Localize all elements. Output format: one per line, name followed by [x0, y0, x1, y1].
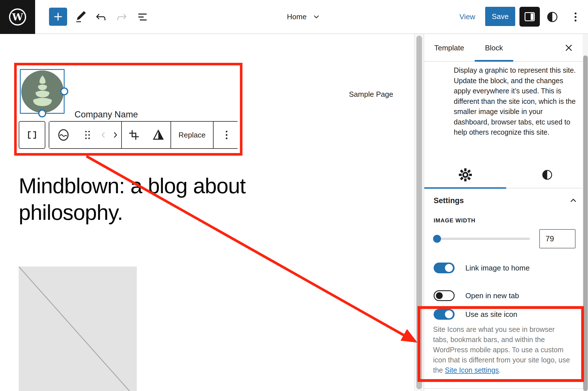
add-block-icon: [52, 10, 65, 23]
settings-panel-icon: [523, 10, 536, 23]
sidebar-scrollbar[interactable]: [583, 34, 588, 391]
image-width-input[interactable]: [539, 229, 576, 248]
drag-handle[interactable]: [78, 122, 97, 148]
image-placeholder[interactable]: [19, 267, 137, 391]
styles-button[interactable]: [544, 9, 560, 25]
settings-heading: Settings: [434, 196, 464, 205]
editor-canvas: Company Name Write site tagline...: [0, 34, 414, 391]
toggle-knob: [445, 264, 453, 272]
duotone-icon: [152, 128, 165, 142]
image-width-slider[interactable]: [434, 238, 530, 240]
link-home-toggle[interactable]: [434, 263, 455, 273]
placeholder-diagonal: [19, 267, 137, 391]
close-icon: [563, 42, 574, 53]
tab-styles[interactable]: [506, 161, 588, 188]
duotone-filter-button[interactable]: [146, 122, 171, 148]
wordpress-logo: W: [8, 8, 27, 26]
block-description: Display a graphic to represent this site…: [454, 65, 580, 138]
page-heading[interactable]: Mindblown: a blog about philosophy.: [19, 173, 296, 226]
chevron-up-icon: [568, 195, 579, 206]
section-divider: [424, 388, 583, 389]
chevron-down-icon: [312, 12, 321, 22]
site-icon-help-text: Site Icons are what you see in browser t…: [433, 324, 570, 375]
crop-button[interactable]: [122, 122, 146, 148]
close-sidebar-button[interactable]: [562, 41, 576, 55]
undo-icon: [94, 10, 108, 24]
styles-icon: [546, 10, 559, 23]
toggle-row-link-home[interactable]: Link image to home: [434, 263, 530, 273]
settings-sidebar: Template Block Display a graphic to repr…: [424, 34, 588, 391]
tab-block[interactable]: Block: [475, 34, 513, 62]
sidebar-tabs: Template Block: [424, 34, 588, 62]
resize-handle-right[interactable]: [60, 87, 68, 95]
save-button[interactable]: Save: [485, 7, 515, 26]
wordpress-site-editor: W: [0, 0, 588, 391]
options-icon: [220, 129, 233, 141]
view-menu-button[interactable]: View: [459, 0, 475, 33]
settings-section-header[interactable]: Settings: [434, 195, 579, 206]
active-tab-underline: [475, 60, 513, 62]
move-right-icon: [110, 130, 120, 140]
crop-icon: [127, 128, 141, 142]
redo-button[interactable]: [114, 10, 129, 24]
move-left-icon: [98, 130, 108, 140]
view-label: View: [459, 12, 475, 21]
undo-button[interactable]: [93, 10, 108, 24]
move-left-button[interactable]: [97, 122, 109, 148]
toggle-label: Open in new tab: [465, 291, 519, 300]
resize-handle-bottom[interactable]: [38, 109, 46, 117]
tab-settings[interactable]: [424, 161, 506, 188]
toggle-row-new-tab[interactable]: Open in new tab: [434, 290, 519, 301]
toggle-label: Use as site icon: [465, 310, 517, 319]
toggle-label: Link image to home: [465, 264, 530, 272]
help-text-suffix: .: [499, 366, 501, 374]
block-toolbar: Replace: [49, 121, 238, 149]
gear-icon: [459, 168, 472, 181]
sidebar-icon-tabs: [424, 161, 588, 188]
list-view-icon: [135, 10, 150, 24]
row-block-icon: [25, 128, 39, 142]
replace-label: Replace: [170, 131, 214, 139]
site-icon-toggle[interactable]: [434, 309, 455, 320]
active-icon-tab-underline: [424, 187, 506, 189]
drag-handle-icon: [81, 129, 94, 141]
select-parent-row-button[interactable]: [19, 121, 45, 149]
new-tab-toggle[interactable]: [434, 290, 455, 301]
site-logo-block-icon: [56, 128, 71, 142]
plant-logo-graphic: [27, 74, 58, 110]
redo-icon: [115, 10, 129, 24]
document-title: Home: [287, 12, 306, 21]
options-icon: [569, 10, 582, 23]
replace-button[interactable]: Replace: [171, 122, 213, 148]
site-icon-settings-link[interactable]: Site Icon settings: [445, 366, 499, 374]
nav-item-sample-page[interactable]: Sample Page: [349, 90, 393, 99]
tools-icon: [74, 10, 88, 24]
toggle-knob: [436, 292, 443, 299]
document-title-button[interactable]: Home: [287, 0, 321, 33]
block-options-button[interactable]: [214, 122, 240, 148]
svg-text:W: W: [12, 11, 23, 23]
canvas-scrollbar[interactable]: [414, 34, 424, 391]
tools-button[interactable]: [74, 10, 88, 24]
site-title-text[interactable]: Company Name: [74, 109, 138, 120]
toggle-row-site-icon[interactable]: Use as site icon: [434, 309, 517, 320]
site-logo-block-switcher[interactable]: [49, 122, 78, 148]
list-view-button[interactable]: [135, 10, 150, 24]
options-menu-button[interactable]: [568, 9, 583, 25]
add-block-button[interactable]: [49, 8, 67, 26]
tab-template[interactable]: Template: [429, 34, 469, 62]
styles-icon: [541, 169, 553, 181]
slider-thumb[interactable]: [433, 235, 441, 243]
canvas-scrollbar-thumb[interactable]: [416, 36, 422, 389]
settings-panel-toggle[interactable]: [519, 7, 540, 27]
site-logo-block[interactable]: [20, 69, 65, 114]
site-logo-image[interactable]: [21, 70, 64, 113]
sidebar-scrollbar-thumb[interactable]: [583, 55, 588, 391]
toggle-knob: [445, 310, 453, 318]
move-right-button[interactable]: [109, 122, 121, 148]
editor-top-bar: W: [0, 0, 588, 34]
image-width-label: IMAGE WIDTH: [434, 217, 476, 224]
wordpress-menu-button[interactable]: W: [0, 0, 35, 34]
